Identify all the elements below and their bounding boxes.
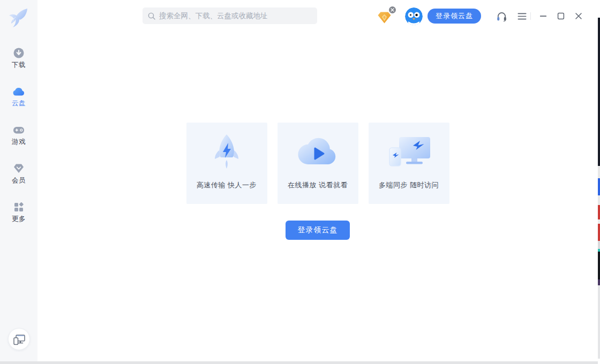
sidebar-nav: 下载 云盘: [0, 47, 38, 240]
multi-device-sync-icon: [382, 123, 436, 180]
strip-segment: [598, 205, 600, 219]
strip-segment: [598, 252, 600, 279]
strip-segment: [598, 178, 600, 195]
search-input[interactable]: [159, 12, 312, 20]
remote-devices-button[interactable]: [8, 328, 30, 350]
sidebar-item-label: 更多: [12, 215, 26, 224]
hamburger-icon: [518, 13, 527, 20]
close-button[interactable]: [573, 10, 584, 22]
sidebar: 下载 云盘: [0, 0, 38, 361]
feature-card-multi-device: 多端同步 随时访问: [369, 123, 449, 204]
main-menu-button[interactable]: [516, 10, 528, 22]
strip-segment: [598, 359, 600, 364]
maximize-icon: [557, 12, 565, 20]
cloud-icon: [12, 86, 25, 97]
strip-segment: [598, 285, 600, 359]
strip-segment: [598, 224, 600, 241]
sidebar-item-label: 云盘: [12, 99, 26, 108]
feature-card-label: 在线播放 说看就看: [288, 180, 348, 190]
rocket-lightning-icon: [209, 123, 244, 180]
vip-close-badge[interactable]: [389, 6, 396, 13]
search-bar: [142, 7, 317, 24]
feature-card-online-play: 在线播放 说看就看: [278, 123, 358, 204]
search-icon: [148, 12, 155, 20]
strip-segment: [598, 279, 600, 285]
minimize-icon: [539, 12, 547, 20]
cloud-drive-promo: 高速传输 快人一步: [38, 123, 598, 240]
grid-more-icon: [14, 201, 24, 213]
feature-cards: 高速传输 快人一步: [186, 123, 449, 204]
sidebar-item-more[interactable]: 更多: [0, 201, 38, 224]
sidebar-item-label: 游戏: [12, 138, 26, 147]
maximize-button[interactable]: [556, 10, 566, 22]
login-cloud-button[interactable]: 登录领云盘: [428, 9, 481, 24]
thunder-bird-logo-icon: [7, 6, 31, 29]
user-avatar[interactable]: [405, 7, 423, 25]
strip-segment: [598, 219, 600, 224]
headset-icon: [496, 11, 507, 21]
login-cloud-cta-button[interactable]: 登录领云盘: [286, 221, 350, 240]
sidebar-item-download[interactable]: 下载: [0, 47, 38, 70]
minimize-button[interactable]: [538, 10, 549, 22]
feature-card-speed: 高速传输 快人一步: [186, 123, 267, 204]
vip-gem-icon: [13, 163, 24, 174]
close-icon: [575, 12, 582, 20]
right-edge-strip: [598, 0, 600, 364]
sidebar-item-cloud-drive[interactable]: 云盘: [0, 86, 38, 108]
strip-segment: [598, 0, 600, 18]
cloud-play-icon: [295, 123, 340, 180]
sidebar-item-membership[interactable]: 会员: [0, 163, 38, 185]
sidebar-item-label: 下载: [12, 60, 26, 70]
download-circle-icon: [13, 47, 24, 58]
strip-segment: [598, 166, 600, 178]
sidebar-item-games[interactable]: 游戏: [0, 124, 38, 147]
titlebar-right-group: 登录领云盘: [377, 0, 598, 32]
sidebar-item-label: 会员: [12, 176, 26, 185]
gamepad-icon: [13, 124, 25, 135]
strip-segment: [598, 18, 600, 166]
titlebar: 登录领云盘: [38, 0, 598, 32]
titlebar-divider: [530, 12, 531, 20]
vip-promo-icon[interactable]: [377, 6, 394, 26]
app-window: 下载 云盘: [0, 0, 600, 364]
strip-segment: [598, 241, 600, 249]
main-content: 登录领云盘: [38, 0, 598, 361]
bottom-edge-strip: [0, 361, 598, 364]
customer-support-button[interactable]: [496, 10, 507, 22]
feature-card-label: 多端同步 随时访问: [379, 180, 439, 190]
close-icon: [391, 8, 394, 12]
feature-card-label: 高速传输 快人一步: [197, 180, 257, 190]
devices-icon: [13, 333, 26, 345]
strip-segment: [598, 195, 600, 205]
